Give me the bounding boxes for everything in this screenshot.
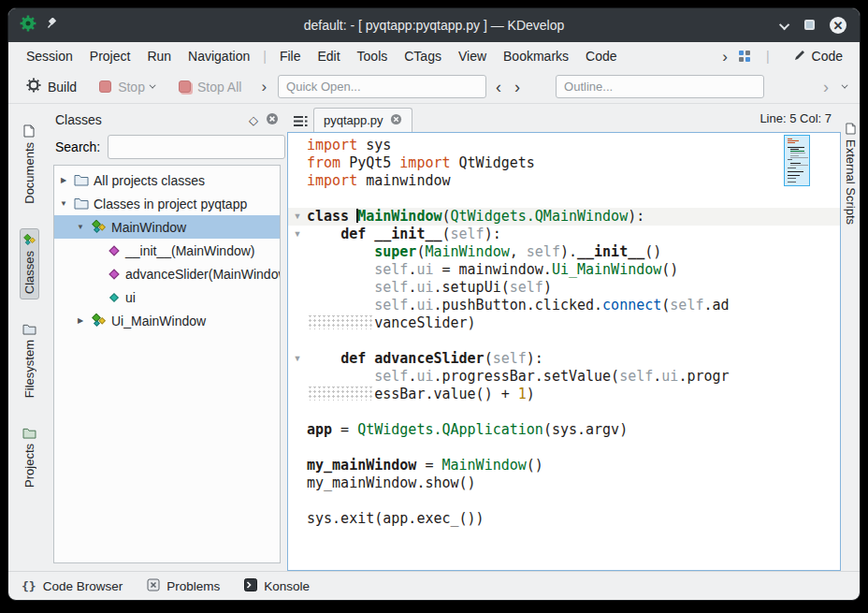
bottom-tool-problems[interactable]: Problems bbox=[147, 578, 220, 594]
code-line[interactable] bbox=[288, 190, 840, 208]
bottom-tool-code-browser[interactable]: {}Code Browser bbox=[22, 579, 123, 593]
code-line[interactable] bbox=[288, 439, 840, 457]
titlebar[interactable]: default: - [ pyqtapp:pyqtapp.py ] — KDev… bbox=[8, 8, 860, 42]
document-list-icon[interactable] bbox=[287, 109, 313, 132]
collapse-arrow-icon[interactable]: ▼ bbox=[75, 223, 86, 231]
code-line[interactable]: sys.exit(app.exec_()) bbox=[288, 510, 840, 528]
tab-pyqtapp-py[interactable]: pyqtapp.py bbox=[313, 108, 412, 132]
menu-file[interactable]: File bbox=[271, 46, 310, 66]
minimize-button[interactable] bbox=[782, 17, 789, 34]
grid-icon[interactable] bbox=[739, 51, 750, 62]
menu-session[interactable]: Session bbox=[18, 46, 81, 66]
gutter bbox=[288, 421, 307, 439]
menu-view[interactable]: View bbox=[450, 46, 495, 66]
tree-item-init-mainwindow[interactable]: __init__(MainWindow) bbox=[54, 239, 280, 262]
minimap-line bbox=[790, 157, 808, 158]
dock-tab-external-scripts[interactable]: External Scripts bbox=[841, 117, 861, 230]
expand-arrow-icon[interactable]: ▶ bbox=[75, 316, 86, 325]
stop-all-icon bbox=[179, 80, 191, 93]
code-line[interactable]: my_mainWindow = MainWindow() bbox=[288, 457, 840, 474]
bottom-tool-konsole[interactable]: Konsole bbox=[244, 578, 310, 594]
stop-button[interactable]: Stop bbox=[91, 75, 165, 99]
code-line[interactable]: self.ui.pushButton.clicked.connect(self.… bbox=[288, 297, 840, 314]
code-line[interactable]: import mainwindow bbox=[288, 172, 840, 190]
fold-marker-icon[interactable]: ▼ bbox=[288, 208, 307, 226]
editor-tabbar: pyqtapp.py Line: 5 Col: 7 bbox=[287, 108, 841, 132]
menu-run[interactable]: Run bbox=[138, 46, 180, 66]
maximize-button[interactable] bbox=[804, 17, 815, 34]
classes-panel-title: Classes bbox=[55, 112, 102, 127]
menu-tools[interactable]: Tools bbox=[349, 46, 397, 66]
method-icon bbox=[108, 268, 121, 281]
code-line[interactable]: ▼ def advanceSlider(self): bbox=[288, 350, 840, 368]
stop-all-button[interactable]: Stop All bbox=[170, 75, 250, 99]
tree-item-mainwindow[interactable]: ▼MainWindow bbox=[54, 215, 280, 239]
tree-item-all-projects-classes[interactable]: ▶All projects classes bbox=[54, 168, 280, 192]
dock-tab-filesystem[interactable]: Filesystem bbox=[20, 318, 39, 403]
code-line[interactable]: essBar.value() + 1) bbox=[288, 386, 840, 403]
minimap-viewport[interactable] bbox=[784, 135, 810, 186]
class-search-input[interactable] bbox=[108, 135, 285, 159]
tab-close-icon[interactable] bbox=[390, 113, 402, 128]
close-panel-icon[interactable] bbox=[266, 112, 279, 128]
tree-item-ui[interactable]: ui bbox=[54, 285, 280, 309]
collapse-arrow-icon[interactable]: ▼ bbox=[58, 199, 69, 208]
dock-tab-classes[interactable]: Classes bbox=[20, 228, 39, 299]
code-line[interactable]: self.ui.setupUi(self) bbox=[288, 279, 840, 297]
code-line[interactable]: from PyQt5 import QtWidgets bbox=[288, 154, 840, 172]
menubar-overflow-icon[interactable]: › bbox=[722, 49, 728, 65]
dock-tab-label: Classes bbox=[22, 251, 36, 294]
code-line[interactable] bbox=[288, 332, 840, 350]
toolbar-right-overflow-icon[interactable]: › bbox=[819, 79, 832, 95]
minimap-line bbox=[788, 178, 796, 179]
code-editor[interactable]: import sysfrom PyQt5 import QtWidgetsimp… bbox=[287, 132, 841, 571]
menu-ctags[interactable]: CTags bbox=[396, 46, 450, 66]
code-line-text: super(MainWindow, self).__init__() bbox=[307, 243, 661, 261]
tree-item-ui-mainwindow[interactable]: ▶Ui_MainWindow bbox=[54, 309, 280, 332]
code-line[interactable] bbox=[288, 403, 840, 421]
build-button[interactable]: Build bbox=[18, 73, 85, 100]
toolbar-overflow-icon[interactable]: › bbox=[261, 78, 267, 96]
folder-icon bbox=[74, 197, 89, 210]
minimap[interactable] bbox=[784, 135, 810, 568]
expand-arrow-icon[interactable]: ▶ bbox=[58, 176, 69, 184]
close-button[interactable]: ✕ bbox=[830, 17, 846, 34]
code-mode-button[interactable]: Code bbox=[786, 46, 850, 67]
stop-label: Stop bbox=[118, 80, 145, 95]
back-button[interactable]: ‹ bbox=[492, 79, 505, 95]
code-line[interactable]: vanceSlider) bbox=[288, 314, 840, 332]
konsole-icon bbox=[244, 578, 257, 594]
code-line[interactable]: self.ui = mainwindow.Ui_MainWindow() bbox=[288, 261, 840, 279]
pencil-icon bbox=[793, 49, 806, 65]
code-line[interactable]: super(MainWindow, self).__init__() bbox=[288, 243, 840, 261]
menu-edit[interactable]: Edit bbox=[309, 46, 348, 66]
tree-item-advanceslider-mainwindow[interactable]: advanceSlider(MainWindow) bbox=[54, 262, 280, 285]
code-line[interactable]: my_mainWindow.show() bbox=[288, 474, 840, 492]
code-line-text: my_mainWindow = MainWindow() bbox=[307, 457, 543, 474]
forward-button[interactable]: › bbox=[511, 79, 524, 95]
fold-marker-icon[interactable]: ▼ bbox=[288, 226, 307, 243]
code-line[interactable] bbox=[288, 492, 840, 510]
float-panel-icon[interactable]: ◇ bbox=[249, 113, 258, 127]
code-line[interactable]: app = QtWidgets.QApplication(sys.argv) bbox=[288, 421, 840, 439]
dock-tab-documents[interactable]: Documents bbox=[20, 119, 39, 210]
menu-project[interactable]: Project bbox=[81, 46, 139, 66]
outline-input[interactable] bbox=[556, 75, 764, 98]
quick-open-input[interactable] bbox=[278, 75, 486, 98]
code-line[interactable]: ▼class MainWindow(QtWidgets.QMainWindow)… bbox=[288, 208, 840, 226]
menu-bookmarks[interactable]: Bookmarks bbox=[495, 46, 577, 66]
pin-icon[interactable] bbox=[46, 17, 58, 34]
code-line[interactable]: ▼ def __init__(self): bbox=[288, 226, 840, 243]
menu-code[interactable]: Code bbox=[577, 46, 625, 66]
classes-tree: ▶All projects classes▼Classes in project… bbox=[53, 165, 281, 563]
dock-tab-projects[interactable]: Projects bbox=[20, 422, 39, 493]
cursor-position-status: Line: 5 Col: 7 bbox=[760, 111, 841, 129]
class-icon bbox=[91, 314, 107, 328]
problems-icon bbox=[147, 578, 160, 594]
code-line[interactable]: import sys bbox=[288, 137, 840, 154]
chevron-down-icon[interactable] bbox=[842, 82, 848, 89]
tree-item-classes-in-project-pyqtapp[interactable]: ▼Classes in project pyqtapp bbox=[54, 192, 280, 215]
code-line[interactable]: self.ui.progressBar.setValue(self.ui.pro… bbox=[288, 368, 840, 386]
fold-marker-icon[interactable]: ▼ bbox=[288, 350, 307, 368]
menu-navigation[interactable]: Navigation bbox=[180, 46, 258, 66]
